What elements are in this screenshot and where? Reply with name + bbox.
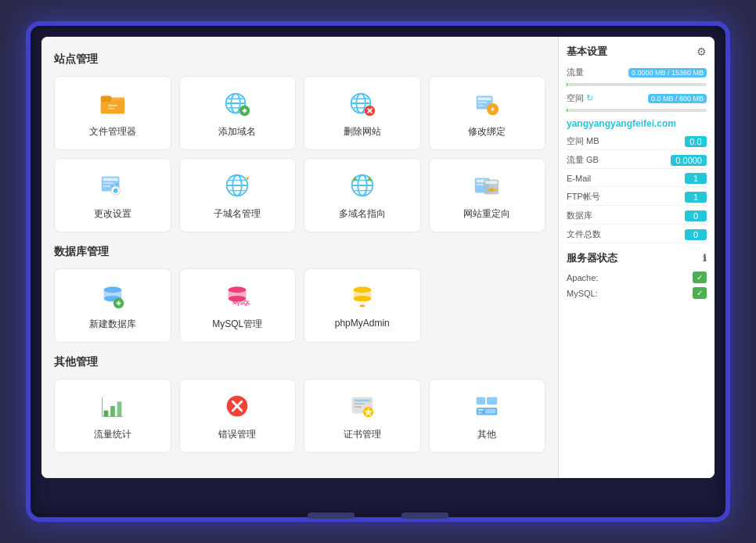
cert-icon (347, 390, 378, 422)
error-label: 错误管理 (218, 428, 256, 441)
stats-icon (97, 390, 128, 422)
redirect-label: 网站重定向 (463, 207, 510, 221)
stat-value-1: 0.0000 (671, 155, 707, 166)
apache-status: ✓ (693, 272, 707, 283)
apache-label: Apache: (567, 273, 598, 282)
svg-rect-88 (485, 409, 495, 414)
svg-rect-84 (487, 397, 497, 405)
svg-rect-1 (101, 100, 124, 113)
svg-rect-48 (477, 184, 484, 185)
file-manager-icon (97, 88, 128, 119)
stat-row-3: FTP帐号 1 (567, 191, 707, 206)
new-db-label: 新建数据库 (89, 318, 136, 331)
stat-label-4: 数据库 (567, 210, 592, 221)
add-domain-icon (221, 88, 253, 119)
stat-value-0: 0.0 (685, 136, 707, 147)
stat-row-0: 空间 MB 0.0 (567, 135, 707, 150)
space-row: 空间 ↻ 0.0 MB / 600 MB (567, 92, 707, 104)
empty-slot (429, 268, 546, 343)
panel-title: 基本设置 (567, 45, 607, 59)
server-status-title: 服务器状态 ℹ (567, 251, 707, 265)
cert-card[interactable]: 证书管理 (304, 379, 421, 453)
new-db-icon (97, 280, 128, 311)
svg-rect-3 (108, 105, 117, 106)
monitor-wrapper: 站点管理 文件管理器 (26, 21, 730, 522)
cert-label: 证书管理 (344, 428, 381, 441)
mysql-label: MySQL管理 (212, 318, 262, 331)
file-manager-label: 文件管理器 (89, 125, 136, 138)
subdomain-icon (221, 170, 253, 201)
change-settings-label: 更改设置 (94, 207, 131, 221)
section2-title: 数据库管理 (54, 245, 545, 259)
delete-site-icon (347, 88, 378, 119)
mysql-card[interactable]: MySQL MySQL管理 (179, 268, 297, 343)
domain-name[interactable]: yangyangyangfeifei.com (567, 118, 707, 129)
stat-value-4: 0 (685, 210, 707, 221)
svg-rect-86 (478, 409, 484, 411)
stats-card[interactable]: 流量统计 (54, 379, 171, 453)
svg-point-66 (353, 287, 371, 293)
settings-gear-icon[interactable]: ⚙ (697, 45, 707, 58)
svg-rect-78 (354, 399, 370, 401)
new-db-card[interactable]: 新建数据库 (54, 268, 171, 343)
traffic-value: 0.0000 MB / 15360 MB (628, 68, 707, 77)
stats-list: 空间 MB 0.0 流量 GB 0.0000 E-Mail 1 FTP帐号 1 (567, 135, 707, 243)
add-domain-card[interactable]: 添加域名 (179, 76, 297, 150)
multi-domain-card[interactable]: 多域名指向 (304, 158, 421, 232)
subdomain-label: 子城名管理 (214, 207, 261, 221)
traffic-progress-bar (567, 83, 707, 86)
error-icon (221, 390, 253, 422)
stand-leg-left (308, 512, 355, 519)
svg-rect-71 (117, 401, 121, 416)
svg-point-54 (103, 287, 121, 293)
multi-domain-icon (347, 170, 378, 201)
stat-label-1: 流量 GB (567, 154, 599, 166)
phpmyadmin-card[interactable]: phpMyAdmin (304, 268, 421, 343)
section1-title: 站点管理 (54, 52, 545, 67)
other-card[interactable]: 其他 (429, 379, 546, 453)
svg-rect-69 (103, 411, 108, 417)
subdomain-card[interactable]: 子城名管理 (179, 158, 297, 232)
redirect-card[interactable]: 网站重定向 (429, 158, 546, 232)
stat-label-0: 空间 MB (567, 135, 599, 147)
section3-title: 其他管理 (54, 355, 545, 369)
stat-row-4: 数据库 0 (567, 210, 707, 225)
apache-status-row: Apache: ✓ (567, 272, 707, 283)
monitor-frame: 站点管理 文件管理器 (26, 21, 730, 522)
delete-site-card[interactable]: 删除网站 (304, 76, 421, 150)
change-settings-card[interactable]: 更改设置 (54, 158, 171, 232)
edit-bind-label: 修改绑定 (468, 125, 506, 138)
monitor-screen: 站点管理 文件管理器 (41, 37, 715, 478)
mysql-status-row: MySQL: ✓ (567, 287, 707, 299)
svg-rect-83 (477, 397, 485, 405)
stat-value-5: 0 (685, 229, 707, 240)
right-panel: 基本设置 ⚙ 流量 0.0000 MB / 15360 MB 空间 ↻ 0.0 … (558, 37, 715, 478)
stat-row-1: 流量 GB 0.0000 (567, 154, 707, 169)
other-label: 其他 (477, 428, 496, 441)
multi-domain-label: 多域名指向 (339, 207, 386, 221)
stat-label-5: 文件总数 (567, 228, 601, 240)
stat-value-3: 1 (685, 192, 707, 203)
phpmyadmin-icon (347, 280, 378, 311)
traffic-row: 流量 0.0000 MB / 15360 MB (567, 67, 707, 78)
change-settings-icon (97, 170, 128, 201)
svg-rect-23 (478, 102, 487, 103)
error-card[interactable]: 错误管理 (179, 379, 297, 453)
file-manager-card[interactable]: 文件管理器 (54, 76, 171, 150)
space-label: 空间 ↻ (567, 92, 593, 104)
svg-point-33 (116, 183, 119, 186)
server-status-info-icon[interactable]: ℹ (703, 253, 707, 264)
svg-rect-31 (103, 185, 110, 187)
main-panel: 站点管理 文件管理器 (41, 37, 558, 478)
svg-rect-87 (478, 412, 483, 414)
delete-site-label: 删除网站 (344, 125, 381, 138)
svg-rect-22 (478, 97, 491, 100)
svg-point-35 (113, 189, 118, 193)
edit-bind-card[interactable]: 修改绑定 (429, 76, 546, 150)
stand-leg-right (401, 512, 448, 519)
svg-rect-30 (103, 182, 113, 184)
db-management-grid: 新建数据库 MySQL My (54, 268, 545, 343)
svg-rect-4 (108, 108, 114, 110)
mysql-status-label: MySQL: (567, 289, 598, 298)
refresh-icon[interactable]: ↻ (586, 93, 593, 102)
